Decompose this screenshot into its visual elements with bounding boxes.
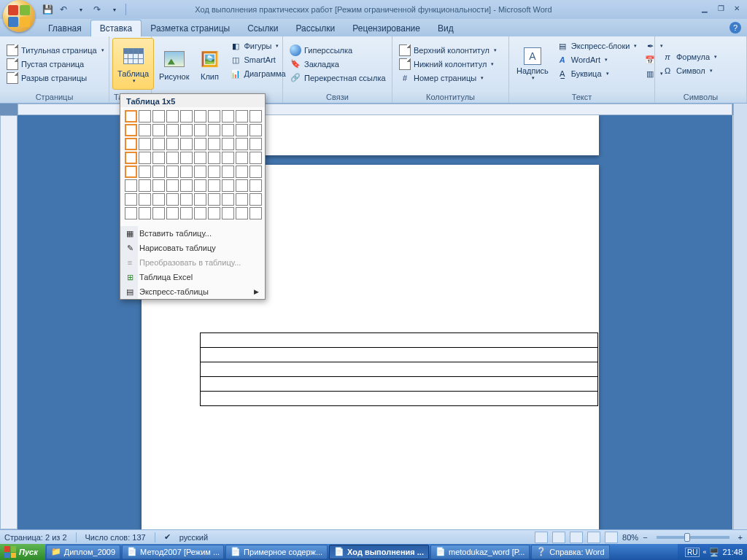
table-grid-cell[interactable] <box>152 124 165 136</box>
table-grid-cell[interactable] <box>208 193 220 206</box>
insert-table-item[interactable]: ▦Вставить таблицу... <box>120 226 265 241</box>
table-grid-cell[interactable] <box>139 179 151 192</box>
crossref-button[interactable]: 🔗Перекрестная ссылка <box>287 71 388 85</box>
table-grid-cell[interactable] <box>194 193 206 206</box>
table-grid-cell[interactable] <box>166 179 179 192</box>
title-page-button[interactable]: Титульная страница▾ <box>4 44 107 57</box>
table-grid-cell[interactable] <box>152 152 165 164</box>
dropcap-button[interactable]: A̲Буквица▾ <box>554 67 640 80</box>
header-button[interactable]: Верхний колонтитул▾ <box>397 44 499 57</box>
hyperlink-button[interactable]: Гиперссылка <box>287 44 388 57</box>
footer-button[interactable]: Нижний колонтитул▾ <box>397 58 499 71</box>
table-grid-cell[interactable] <box>236 110 248 122</box>
table-grid-cell[interactable] <box>222 124 234 136</box>
quickparts-button[interactable]: ▤Экспресс-блоки▾ <box>554 39 640 52</box>
table-grid-cell[interactable] <box>208 152 220 164</box>
tray-clock[interactable]: 21:48 <box>722 548 743 556</box>
table-grid-cell[interactable] <box>208 138 220 150</box>
spellcheck-icon[interactable]: ✔ <box>164 532 171 542</box>
table-grid-cell[interactable] <box>222 138 234 150</box>
table-grid-cell[interactable] <box>180 179 193 192</box>
shapes-button[interactable]: ◧Фигуры▾ <box>228 39 288 52</box>
table-grid-cell[interactable] <box>180 152 193 164</box>
wordart-button[interactable]: AWordArt▾ <box>554 53 640 66</box>
table-grid-cell[interactable] <box>166 166 179 178</box>
restore-icon[interactable]: ❐ <box>715 3 727 13</box>
table-grid-cell[interactable] <box>236 124 248 136</box>
zoom-in-button[interactable]: + <box>738 533 743 542</box>
table-grid-cell[interactable] <box>125 138 137 150</box>
table-grid-cell[interactable] <box>180 138 193 150</box>
picture-button[interactable]: Рисунок <box>155 38 194 90</box>
table-grid-cell[interactable] <box>222 193 234 206</box>
table-grid-cell[interactable] <box>222 152 234 164</box>
tab-mailings[interactable]: Рассылки <box>287 20 344 36</box>
pagenum-button[interactable]: #Номер страницы▾ <box>397 71 499 85</box>
table-grid-cell[interactable] <box>152 166 165 178</box>
textbox-button[interactable]: AНадпись▾ <box>512 38 553 90</box>
undo-dropdown-icon[interactable]: ▼ <box>74 3 88 16</box>
table-grid-cell[interactable] <box>139 124 151 136</box>
tab-view[interactable]: Вид <box>429 20 462 36</box>
symbol-button[interactable]: ΩСимвол▾ <box>659 64 719 77</box>
redo-icon[interactable]: ↷ <box>90 3 104 16</box>
table-grid-cell[interactable] <box>125 124 137 136</box>
table-grid-cell[interactable] <box>125 152 137 164</box>
table-grid-cell[interactable] <box>249 152 262 164</box>
table-grid-cell[interactable] <box>249 138 262 150</box>
tray-language[interactable]: RU <box>685 548 700 557</box>
table-grid-cell[interactable] <box>222 207 234 219</box>
taskbar-item-word4[interactable]: 📄metodukaz_word [Р... <box>430 545 530 559</box>
table-grid-cell[interactable] <box>208 207 220 219</box>
table-grid-cell[interactable] <box>249 110 262 122</box>
tray-icon[interactable]: 🖥️ <box>709 548 719 557</box>
table-grid-cell[interactable] <box>249 207 262 219</box>
table-grid-cell[interactable] <box>139 110 151 122</box>
table-grid-cell[interactable] <box>194 138 206 150</box>
zoom-slider-handle[interactable] <box>684 533 690 542</box>
table-grid-cell[interactable] <box>125 166 137 178</box>
zoom-out-button[interactable]: − <box>643 533 647 542</box>
save-icon[interactable]: 💾 <box>41 3 54 16</box>
clip-button[interactable]: 🖼️Клип <box>194 38 226 90</box>
vertical-ruler[interactable] <box>0 115 18 529</box>
close-icon[interactable]: ✕ <box>731 3 743 13</box>
table-grid-cell[interactable] <box>125 207 137 219</box>
table-grid-cell[interactable] <box>236 193 248 206</box>
table-grid-cell[interactable] <box>180 193 193 206</box>
table-grid-cell[interactable] <box>194 179 206 192</box>
table-grid-cell[interactable] <box>236 207 248 219</box>
table-grid-cell[interactable] <box>194 207 206 219</box>
table-grid-cell[interactable] <box>249 179 262 192</box>
table-grid-cell[interactable] <box>180 110 193 122</box>
table-grid-cell[interactable] <box>166 207 179 219</box>
view-weblayout-button[interactable] <box>570 532 583 543</box>
status-zoom[interactable]: 80% <box>622 533 638 542</box>
table-grid-cell[interactable] <box>125 110 137 122</box>
table-grid-cell[interactable] <box>236 179 248 192</box>
table-grid-cell[interactable] <box>208 166 220 178</box>
table-grid-cell[interactable] <box>139 193 151 206</box>
table-grid-cell[interactable] <box>152 110 165 122</box>
zoom-slider[interactable] <box>657 536 729 539</box>
taskbar-item-word1[interactable]: 📄Метод2007 [Режим ... <box>122 545 224 559</box>
table-size-grid[interactable] <box>120 107 265 226</box>
table-button[interactable]: Таблица ▾ <box>112 38 154 90</box>
view-draft-button[interactable] <box>605 532 618 543</box>
taskbar-item-folder[interactable]: 📁Диплом_2009 <box>46 545 120 559</box>
table-grid-cell[interactable] <box>194 166 206 178</box>
tab-references[interactable]: Ссылки <box>239 20 287 36</box>
draw-table-item[interactable]: ✎Нарисовать таблицу <box>120 241 265 255</box>
status-words-count[interactable]: Число слов: 137 <box>85 533 146 542</box>
table-grid-cell[interactable] <box>222 179 234 192</box>
table-grid-cell[interactable] <box>180 166 193 178</box>
table-grid-cell[interactable] <box>208 110 220 122</box>
table-grid-cell[interactable] <box>139 207 151 219</box>
table-grid-cell[interactable] <box>166 124 179 136</box>
table-grid-cell[interactable] <box>139 166 151 178</box>
table-grid-cell[interactable] <box>125 179 137 192</box>
start-button[interactable]: Пуск <box>0 544 45 560</box>
undo-icon[interactable]: ↶ <box>57 3 70 16</box>
table-grid-cell[interactable] <box>152 179 165 192</box>
table-grid-cell[interactable] <box>180 124 193 136</box>
